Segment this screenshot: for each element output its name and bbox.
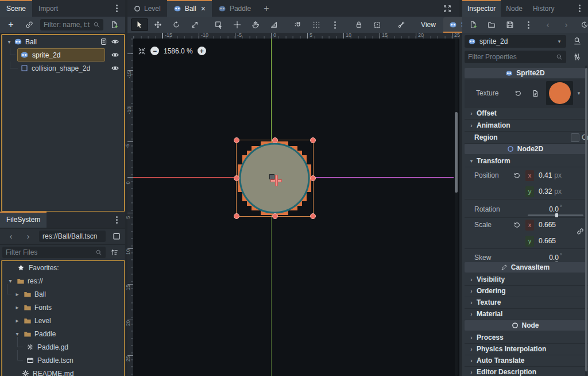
select-tool-button[interactable] [131,18,148,31]
list-select-button[interactable] [210,18,227,31]
position-y-field[interactable]: 0.32 px [534,186,586,197]
fs-sort-button[interactable] [106,246,123,259]
selection-handle[interactable] [234,137,239,143]
group-visibility[interactable]: › Visibility [465,274,588,286]
fs-item-readme[interactable]: README.md [2,367,124,376]
open-docs-button[interactable] [568,35,586,48]
selection-handle[interactable] [310,137,316,143]
scene-node-ball[interactable]: ▾ Ball [2,35,124,48]
scale-y-field[interactable]: 0.665 [534,236,579,247]
pivot-tool-button[interactable] [229,18,246,31]
category-node2d[interactable]: Node2D [465,144,586,154]
scene-tab-paddle[interactable]: Paddle [212,0,257,17]
instantiate-scene-button[interactable] [21,18,38,31]
selection-handle[interactable] [234,213,239,219]
tab-import[interactable]: Import [32,0,64,17]
zoom-out-button[interactable]: − [150,47,159,55]
attach-script-button[interactable] [106,18,123,31]
fs-item-favorites[interactable]: Favorites: [2,261,124,274]
chevron-down-icon[interactable]: ▾ [14,331,21,337]
ruler-tool-button[interactable] [265,18,283,31]
group-animation[interactable]: › Animation [465,120,588,132]
scene-panel-menu-button[interactable] [108,2,125,14]
fs-item-ball[interactable]: ▸ Ball [2,287,124,301]
distraction-free-button[interactable] [439,2,456,15]
selection-handle[interactable] [272,137,278,143]
selection-handle[interactable] [310,213,316,219]
fs-path-field[interactable]: res://Ball/Ball.tscn [39,231,106,242]
scale-link-icon[interactable] [577,228,584,235]
category-canvasitem[interactable]: CanvasItem [465,262,586,273]
edited-object-dropdown[interactable]: sprite_2d ▾ [465,35,566,48]
fs-item-paddle-tscn[interactable]: Paddle.tscn [2,354,124,367]
load-resource-button[interactable] [483,18,500,31]
position-revert-button[interactable] [508,169,525,182]
group-ordering[interactable]: › Ordering [465,285,588,297]
texture-thumbnail[interactable] [546,81,573,105]
fs-item-paddle-gd[interactable]: Paddle.gd [2,340,124,354]
add-node-button[interactable]: + [2,18,20,31]
fs-item-level[interactable]: ▸ Level [2,314,124,327]
selection-handle[interactable] [310,175,316,181]
category-sprite2d[interactable]: Sprite2D [465,68,586,78]
group-object-button[interactable] [369,18,386,31]
rotate-tool-button[interactable] [168,18,185,31]
group-offset[interactable]: › Offset [465,108,588,120]
lock-object-button[interactable] [350,18,368,31]
rotation-slider[interactable] [528,214,583,216]
pan-tool-button[interactable] [247,18,264,31]
tab-inspector[interactable]: Inspector [462,0,501,17]
selection-handle[interactable] [234,175,239,181]
vertical-ruler[interactable]: -15 -10 -5 0 5 10 15 20 25 [127,39,133,376]
selection-handle[interactable] [272,213,278,219]
canvas-v-scrollbar[interactable] [455,39,458,376]
chevron-down-icon[interactable]: ▾ [7,278,14,284]
group-material[interactable]: › Material [465,308,588,320]
chevron-right-icon[interactable]: ▸ [14,304,21,310]
zoom-percent[interactable]: 1586.0 % [164,47,193,55]
scale-revert-button[interactable] [508,218,525,231]
texture-edit-button[interactable] [527,87,544,99]
scene-node-sprite2d[interactable]: sprite_2d [2,48,124,62]
position-x-field[interactable]: 0.41 px [534,170,586,181]
tab-filesystem[interactable]: FileSystem [0,212,47,228]
smart-snap-button[interactable] [289,18,307,31]
tab-scene[interactable]: Scene [0,0,32,17]
tab-node[interactable]: Node [501,0,528,17]
fs-split-mode-button[interactable] [108,230,125,243]
skeleton-options-button[interactable] [393,18,410,31]
chevron-right-icon[interactable]: ▸ [14,317,21,324]
grid-snap-button[interactable] [308,18,325,31]
history-forward-button[interactable]: › [558,18,575,31]
group-auto-translate[interactable]: › Auto Translate [465,355,588,367]
fs-forward-button[interactable]: › [20,230,37,243]
zoom-in-button[interactable]: + [198,47,206,55]
group-texture[interactable]: › Texture [465,297,588,309]
view-menu-button[interactable]: View [417,18,440,31]
horizontal-ruler[interactable]: -15 -10 -5 0 5 10 15 20 25 [133,33,459,39]
region-checkbox[interactable] [571,133,579,142]
history-back-button[interactable]: ‹ [539,18,556,31]
tab-history[interactable]: History [528,0,559,17]
save-resource-button[interactable] [501,18,519,31]
scene-filter-input[interactable]: Filter: name, t:t [40,19,103,30]
snap-options-button[interactable] [326,18,343,31]
rotation-field[interactable]: 0.0 ° [528,202,583,216]
inspector-menu-button[interactable] [571,2,588,14]
group-editor-description[interactable]: › Editor Description [465,366,588,376]
scale-tool-button[interactable] [186,18,203,31]
category-node[interactable]: Node [465,320,586,331]
property-filter-input[interactable]: Filter Properties [465,51,566,63]
script-icon[interactable] [100,38,107,45]
scene-tab-ball[interactable]: Ball × [167,0,212,17]
fs-item-paddle[interactable]: ▾ Paddle [2,327,124,340]
center-view-icon[interactable] [138,47,146,55]
visibility-eye-icon[interactable] [111,37,119,46]
texture-revert-button[interactable] [509,87,527,99]
visibility-eye-icon[interactable] [111,64,119,72]
scale-x-field[interactable]: 0.665 [534,220,579,231]
fs-filter-input[interactable]: Filter Files [2,247,106,258]
inspector-scrollbar[interactable] [585,66,587,376]
chevron-down-icon[interactable]: ▾ [575,90,582,96]
move-tool-button[interactable] [149,18,167,31]
